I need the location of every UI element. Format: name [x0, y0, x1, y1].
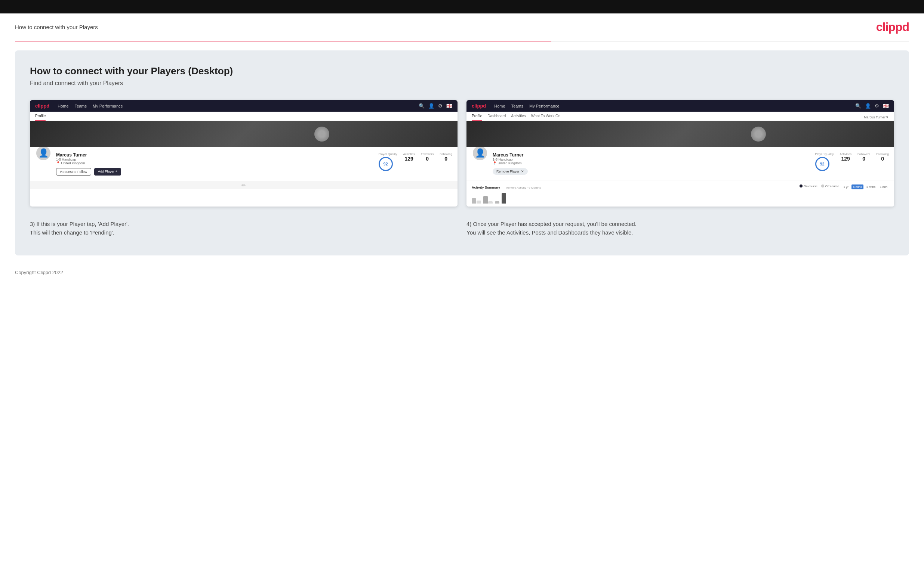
- right-user-label: Marcus Turner: [864, 115, 885, 119]
- chart-group-2: [483, 196, 493, 203]
- left-nav-logo: clippd: [35, 103, 49, 109]
- right-following-stat: Following 0: [876, 152, 889, 162]
- left-stats-group: Player Quality 92 Activities 129 Followe…: [379, 152, 452, 171]
- left-nav-home: Home: [58, 104, 68, 108]
- avatar-person-icon: 👤: [39, 148, 48, 158]
- right-followers-value: 0: [858, 156, 870, 162]
- left-quality-label: Player Quality: [379, 152, 397, 156]
- right-quality-circle: 92: [815, 157, 829, 171]
- right-followers-stat: Followers 0: [858, 152, 870, 162]
- description-left: 3) If this is your Player tap, 'Add Play…: [30, 220, 457, 237]
- header: How to connect with your Players clippd: [0, 13, 924, 41]
- chart-group-4: [502, 193, 506, 203]
- right-tab-activities[interactable]: Activities: [511, 114, 525, 121]
- left-tabs: Profile: [30, 112, 457, 121]
- right-activities-stat: Activities 129: [840, 152, 851, 162]
- left-profile: 👤 Marcus Turner 1-5 Handicap 📍 United Ki…: [30, 147, 457, 181]
- right-activity-subtitle: Monthly Activity · 6 Months: [506, 186, 541, 189]
- location-pin-icon: 📍: [56, 161, 60, 165]
- chart-bar-off-4: [502, 193, 506, 203]
- right-tab-whattoworkon[interactable]: What To Work On: [531, 114, 561, 121]
- right-nav-teams: Teams: [511, 104, 523, 108]
- plus-icon: +: [115, 169, 117, 173]
- left-nav-performance: My Performance: [93, 104, 123, 108]
- legend-dot-off-course: [821, 184, 824, 187]
- footer: Copyright Clippd 2022: [0, 264, 924, 283]
- right-following-value: 0: [876, 156, 889, 162]
- chart-bar-off-2: [483, 196, 488, 203]
- chart-bar-off-3: [495, 201, 499, 203]
- right-activity: Activity Summary Monthly Activity · 6 Mo…: [467, 180, 894, 206]
- control-1mth[interactable]: 1 mth: [879, 184, 889, 189]
- right-settings-icon[interactable]: ⚙: [875, 103, 879, 109]
- screenshot-card-right: clippd Home Teams My Performance 🔍 👤 ⚙ 🏴…: [467, 100, 894, 206]
- left-quality-col: Player Quality 92: [379, 152, 397, 171]
- main-content: How to connect with your Players (Deskto…: [15, 50, 909, 255]
- right-hero-circle: [751, 127, 766, 142]
- right-tab-profile[interactable]: Profile: [472, 114, 482, 121]
- flag-icon[interactable]: 🏴󠁧󠁢󠁥󠁮󠁧󠁿: [446, 103, 452, 109]
- legend-on-course: On course: [800, 184, 817, 188]
- add-player-button[interactable]: Add Player +: [94, 168, 121, 176]
- left-nav-icons: 🔍 👤 ⚙ 🏴󠁧󠁢󠁥󠁮󠁧󠁿: [418, 103, 452, 109]
- right-activity-time-controls: 1 yr 6 mths 3 mths 1 mth: [842, 184, 889, 189]
- right-activity-legend: On course Off course: [800, 184, 839, 188]
- right-profile-row: 👤 Marcus Turner 1-5 Handicap 📍 United Ki…: [472, 151, 889, 175]
- right-search-icon[interactable]: 🔍: [855, 103, 861, 109]
- clippd-logo: clippd: [876, 20, 909, 34]
- control-1yr[interactable]: 1 yr: [842, 184, 850, 189]
- left-followers-stat: Followers 0: [421, 152, 434, 162]
- right-stats-group: Player Quality 92 Activities 129 Followe…: [815, 152, 889, 171]
- left-followers-value: 0: [421, 156, 434, 162]
- right-tabs-user: Marcus Turner ▼: [864, 114, 889, 121]
- right-profile-info: Marcus Turner 1-5 Handicap 📍 United King…: [493, 151, 811, 175]
- right-activity-controls-area: On course Off course 1 yr 6 mths 3 mths: [800, 184, 889, 189]
- left-following-stat: Following 0: [439, 152, 452, 162]
- chart-bar-on-1: [477, 201, 481, 203]
- settings-icon[interactable]: ⚙: [438, 103, 443, 109]
- right-player-name: Marcus Turner: [493, 152, 811, 158]
- right-activity-title: Activity Summary: [472, 185, 500, 189]
- left-location: 📍 United Kingdom: [56, 161, 374, 165]
- right-quality-label: Player Quality: [815, 152, 834, 156]
- description-left-text: 3) If this is your Player tap, 'Add Play…: [30, 221, 129, 236]
- chart-group-1: [472, 198, 481, 203]
- remove-player-button[interactable]: Remove Player ✕: [493, 168, 528, 175]
- right-flag-icon[interactable]: 🏴󠁧󠁢󠁥󠁮󠁧󠁿: [883, 103, 889, 109]
- user-icon[interactable]: 👤: [428, 103, 435, 109]
- left-hero-circle: [314, 127, 329, 142]
- screenshot-card-left: clippd Home Teams My Performance 🔍 👤 ⚙ 🏴…: [30, 100, 457, 206]
- right-nav-logo: clippd: [472, 103, 486, 109]
- legend-dot-on-course: [800, 184, 803, 187]
- right-nav-home: Home: [494, 104, 505, 108]
- right-activities-value: 129: [840, 156, 851, 162]
- left-nav-teams: Teams: [75, 104, 87, 108]
- left-buttons: Request to Follow Add Player +: [56, 168, 374, 176]
- right-tabs-left: Profile Dashboard Activities What To Wor…: [472, 114, 560, 121]
- request-follow-button[interactable]: Request to Follow: [56, 168, 91, 176]
- page-subtitle: Find and connect with your Players: [30, 80, 894, 87]
- legend-off-course: Off course: [821, 184, 839, 188]
- right-tab-dashboard[interactable]: Dashboard: [488, 114, 506, 121]
- chart-group-3: [495, 201, 499, 203]
- right-followers-label: Followers: [858, 152, 870, 156]
- left-player-name: Marcus Turner: [56, 152, 374, 158]
- chevron-down-icon: ▼: [885, 115, 889, 119]
- left-profile-row: 👤 Marcus Turner 1-5 Handicap 📍 United Ki…: [35, 151, 452, 176]
- control-6mths[interactable]: 6 mths: [851, 184, 863, 189]
- search-icon[interactable]: 🔍: [418, 103, 425, 109]
- left-tab-profile[interactable]: Profile: [35, 114, 45, 121]
- left-hero-image: [30, 121, 457, 147]
- right-hero-image: [467, 121, 894, 147]
- right-handicap: 1-5 Handicap: [493, 158, 811, 161]
- right-avatar: 👤: [472, 145, 488, 161]
- right-avatar-person-icon: 👤: [475, 148, 485, 158]
- left-following-value: 0: [439, 156, 452, 162]
- left-nav: clippd Home Teams My Performance 🔍 👤 ⚙ 🏴…: [30, 100, 457, 112]
- right-quality-col: Player Quality 92: [815, 152, 834, 171]
- left-activities-value: 129: [403, 156, 415, 162]
- left-activities-stat: Activities 129: [403, 152, 415, 162]
- control-3mths[interactable]: 3 mths: [865, 184, 877, 189]
- left-followers-label: Followers: [421, 152, 434, 156]
- right-user-icon[interactable]: 👤: [865, 103, 871, 109]
